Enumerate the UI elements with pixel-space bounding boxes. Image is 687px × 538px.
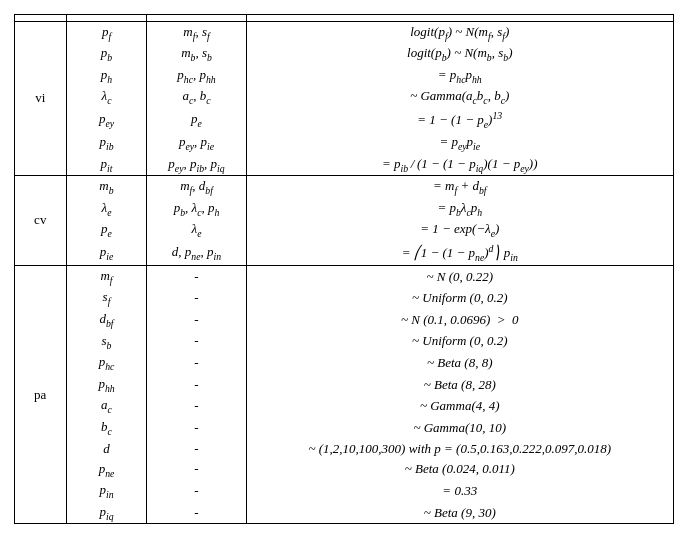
table-row: sf-~ Uniform (0, 0.2) bbox=[15, 287, 673, 309]
distribution-cell: = 1 − exp(−λe) bbox=[247, 219, 673, 241]
main-table-container: vipfmf, sflogit(pf) ~ N(mf, sf)pbmb, sbl… bbox=[14, 14, 674, 525]
variate-cell: sf bbox=[67, 287, 147, 309]
distribution-cell: logit(pb) ~ N(mb, sb) bbox=[247, 43, 673, 65]
class-cell: cv bbox=[15, 176, 67, 266]
distribution-cell: ~ Beta (8, 8) bbox=[247, 352, 673, 374]
parent-cell: mf, sf bbox=[147, 21, 247, 43]
parent-cell: - bbox=[147, 374, 247, 396]
distribution-cell: ~ N (0, 0.22) bbox=[247, 265, 673, 287]
variate-cell: pie bbox=[67, 241, 147, 265]
parent-cell: pe bbox=[147, 108, 247, 132]
table-row: pitpey, pib, piq= pib / (1 − (1 − piq)(1… bbox=[15, 154, 673, 176]
variate-cell: d bbox=[67, 439, 147, 459]
parent-cell: - bbox=[147, 395, 247, 417]
distribution-cell: = phcphh bbox=[247, 65, 673, 87]
variate-cell: phc bbox=[67, 352, 147, 374]
parent-cell: pb, λc, ph bbox=[147, 198, 247, 220]
parent-cell: mf, dbf bbox=[147, 176, 247, 198]
table-row: bc-~ Gamma(10, 10) bbox=[15, 417, 673, 439]
table-row: cvmbmf, dbf= mf + dbf bbox=[15, 176, 673, 198]
table-row: vipfmf, sflogit(pf) ~ N(mf, sf) bbox=[15, 21, 673, 43]
table-row: pied, pne, pin= ⎛1 − (1 − pne)d⎞ pin bbox=[15, 241, 673, 265]
parent-cell: mb, sb bbox=[147, 43, 247, 65]
parent-cell: d, pne, pin bbox=[147, 241, 247, 265]
variate-cell: ph bbox=[67, 65, 147, 87]
distribution-cell: ~ Gamma(10, 10) bbox=[247, 417, 673, 439]
variate-cell: pey bbox=[67, 108, 147, 132]
variate-cell: pf bbox=[67, 21, 147, 43]
variate-cell: piq bbox=[67, 502, 147, 524]
table-row: phh-~ Beta (8, 28) bbox=[15, 374, 673, 396]
variate-cell: ac bbox=[67, 395, 147, 417]
distribution-cell: ~ Gamma(4, 4) bbox=[247, 395, 673, 417]
variate-cell: pin bbox=[67, 480, 147, 502]
parent-cell: - bbox=[147, 439, 247, 459]
variate-cell: phh bbox=[67, 374, 147, 396]
table-row: pibpey, pie= peypie bbox=[15, 132, 673, 154]
parent-cell: - bbox=[147, 309, 247, 331]
parent-cell: λe bbox=[147, 219, 247, 241]
variate-cell: mb bbox=[67, 176, 147, 198]
table-row: dbf-~ N (0.1, 0.0696) > 0 bbox=[15, 309, 673, 331]
table-row: peλe= 1 − exp(−λe) bbox=[15, 219, 673, 241]
distribution-cell: ~ (1,2,10,100,300) with p = (0.5,0.163,0… bbox=[247, 439, 673, 459]
table-row: sb-~ Uniform (0, 0.2) bbox=[15, 331, 673, 353]
variate-cell: pe bbox=[67, 219, 147, 241]
table-row: peype= 1 − (1 − pe)13 bbox=[15, 108, 673, 132]
table-row: ac-~ Gamma(4, 4) bbox=[15, 395, 673, 417]
parent-cell: pey, pie bbox=[147, 132, 247, 154]
distribution-cell: = pib / (1 − (1 − piq)(1 − pey)) bbox=[247, 154, 673, 176]
parent-cell: - bbox=[147, 331, 247, 353]
variate-cell: pb bbox=[67, 43, 147, 65]
distribution-cell: ~ Uniform (0, 0.2) bbox=[247, 287, 673, 309]
table-row: piq-~ Beta (9, 30) bbox=[15, 502, 673, 524]
variate-cell: bc bbox=[67, 417, 147, 439]
parent-cell: - bbox=[147, 265, 247, 287]
variate-cell: dbf bbox=[67, 309, 147, 331]
parent-cell: - bbox=[147, 417, 247, 439]
table-row: pne-~ Beta (0.024, 0.011) bbox=[15, 459, 673, 481]
variate-cell: pne bbox=[67, 459, 147, 481]
distribution-cell: ~ Beta (8, 28) bbox=[247, 374, 673, 396]
parent-cell: phc, phh bbox=[147, 65, 247, 87]
distribution-cell: = 1 − (1 − pe)13 bbox=[247, 108, 673, 132]
variate-cell: λe bbox=[67, 198, 147, 220]
distribution-cell: ~ N (0.1, 0.0696) > 0 bbox=[247, 309, 673, 331]
table-row: pbmb, sblogit(pb) ~ N(mb, sb) bbox=[15, 43, 673, 65]
class-cell: pa bbox=[15, 265, 67, 523]
parent-cell: ac, bc bbox=[147, 86, 247, 108]
variate-cell: pib bbox=[67, 132, 147, 154]
parent-cell: - bbox=[147, 502, 247, 524]
distribution-table: vipfmf, sflogit(pf) ~ N(mf, sf)pbmb, sbl… bbox=[15, 15, 673, 524]
distribution-cell: logit(pf) ~ N(mf, sf) bbox=[247, 21, 673, 43]
parent-cell: - bbox=[147, 480, 247, 502]
table-row: d-~ (1,2,10,100,300) with p = (0.5,0.163… bbox=[15, 439, 673, 459]
table-row: pamf-~ N (0, 0.22) bbox=[15, 265, 673, 287]
distribution-cell: ~ Beta (9, 30) bbox=[247, 502, 673, 524]
distribution-cell: = mf + dbf bbox=[247, 176, 673, 198]
distribution-cell: ~ Gamma(acbc, bc) bbox=[247, 86, 673, 108]
table-row: λcac, bc~ Gamma(acbc, bc) bbox=[15, 86, 673, 108]
table-row: pin-= 0.33 bbox=[15, 480, 673, 502]
class-cell: vi bbox=[15, 21, 67, 175]
distribution-cell: ~ Uniform (0, 0.2) bbox=[247, 331, 673, 353]
variate-cell: pit bbox=[67, 154, 147, 176]
parent-cell: - bbox=[147, 459, 247, 481]
variate-cell: mf bbox=[67, 265, 147, 287]
distribution-cell: = pbλcph bbox=[247, 198, 673, 220]
parent-cell: - bbox=[147, 287, 247, 309]
table-row: phphc, phh= phcphh bbox=[15, 65, 673, 87]
distribution-cell: = ⎛1 − (1 − pne)d⎞ pin bbox=[247, 241, 673, 265]
parent-cell: pey, pib, piq bbox=[147, 154, 247, 176]
variate-cell: sb bbox=[67, 331, 147, 353]
distribution-cell: = 0.33 bbox=[247, 480, 673, 502]
distribution-cell: ~ Beta (0.024, 0.011) bbox=[247, 459, 673, 481]
parent-cell: - bbox=[147, 352, 247, 374]
table-row: phc-~ Beta (8, 8) bbox=[15, 352, 673, 374]
distribution-cell: = peypie bbox=[247, 132, 673, 154]
variate-cell: λc bbox=[67, 86, 147, 108]
table-row: λepb, λc, ph= pbλcph bbox=[15, 198, 673, 220]
